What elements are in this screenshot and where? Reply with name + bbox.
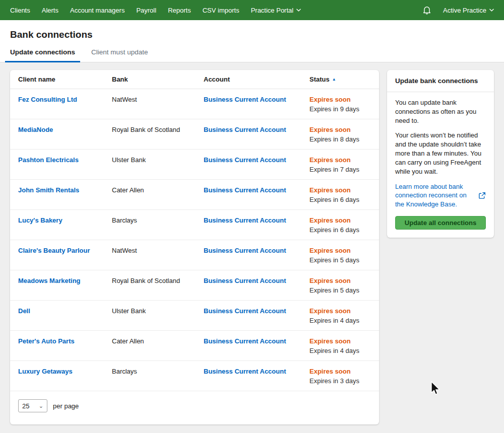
tab-update-connections[interactable]: Update connections xyxy=(5,48,80,62)
bank-name: Ulster Bank xyxy=(112,307,204,315)
account-link[interactable]: Business Current Account xyxy=(204,337,286,345)
status-cell: Expires soon Expires in 6 days xyxy=(309,216,371,234)
status-detail: Expires in 6 days xyxy=(309,196,371,203)
nav-right: Active Practice xyxy=(422,5,494,15)
client-name-link[interactable]: Luxury Getaways xyxy=(18,368,73,375)
panel-paragraph: You can update bank connections as often… xyxy=(395,98,486,125)
nav-item-account-managers[interactable]: Account managers xyxy=(70,7,124,14)
column-header-status[interactable]: Status▲ xyxy=(309,76,371,83)
client-name-link[interactable]: Pashton Electricals xyxy=(18,156,79,164)
nav-item-label: Alerts xyxy=(42,7,58,14)
status-detail: Expires in 6 days xyxy=(309,226,371,234)
nav-item-practice-portal[interactable]: Practice Portal xyxy=(251,7,301,14)
table-row: Dell Ulster Bank Business Current Accoun… xyxy=(10,301,379,331)
column-header-account[interactable]: Account xyxy=(204,76,309,83)
table-row: MediaNode Royal Bank of Scotland Busines… xyxy=(10,119,379,150)
status-badge: Expires soon xyxy=(309,216,371,224)
update-all-connections-button[interactable]: Update all connections xyxy=(395,216,486,230)
nav-item-label: CSV imports xyxy=(203,7,239,14)
status-cell: Expires soon Expires in 5 days xyxy=(309,277,371,294)
account-link[interactable]: Business Current Account xyxy=(204,126,286,133)
page-header: Bank connections Update connections Clie… xyxy=(0,20,504,62)
knowledge-base-link-row: Learn more about bank connection reconse… xyxy=(395,182,486,209)
chevron-down-icon xyxy=(296,9,301,12)
update-bank-connections-panel: Update bank connections You can update b… xyxy=(387,70,494,238)
table-row: Meadows Marketing Royal Bank of Scotland… xyxy=(10,270,379,301)
table-row: Luxury Getaways Barclays Business Curren… xyxy=(10,361,379,391)
nav-item-alerts[interactable]: Alerts xyxy=(42,7,58,14)
chevron-down-icon: ⌄ xyxy=(39,403,43,409)
client-name-link[interactable]: John Smith Rentals xyxy=(18,186,79,194)
panel-title: Update bank connections xyxy=(387,70,494,92)
per-page-label: per page xyxy=(53,402,79,410)
account-link[interactable]: Business Current Account xyxy=(204,307,286,315)
notifications-bell-icon[interactable] xyxy=(422,5,432,15)
status-detail: Expires in 5 days xyxy=(309,286,371,294)
account-link[interactable]: Business Current Account xyxy=(204,216,286,224)
client-name-link[interactable]: Meadows Marketing xyxy=(18,277,81,284)
status-cell: Expires soon Expires in 4 days xyxy=(309,337,371,354)
status-cell: Expires soon Expires in 4 days xyxy=(309,307,371,324)
status-cell: Expires soon Expires in 8 days xyxy=(309,126,371,143)
table-row: Claire's Beauty Parlour NatWest Business… xyxy=(10,240,379,270)
external-link-icon xyxy=(478,192,486,199)
bank-name: Barclays xyxy=(112,368,204,375)
account-link[interactable]: Business Current Account xyxy=(204,277,286,284)
client-name-link[interactable]: Fez Consulting Ltd xyxy=(18,96,77,103)
status-detail: Expires in 4 days xyxy=(309,347,371,354)
per-page-select[interactable]: 25 ⌄ xyxy=(18,399,47,412)
tabs: Update connections Client must update xyxy=(0,48,504,62)
table-header-row: Client name Bank Account Status▲ xyxy=(10,70,379,89)
status-badge: Expires soon xyxy=(309,277,371,284)
status-badge: Expires soon xyxy=(309,307,371,315)
status-badge: Expires soon xyxy=(309,126,371,133)
status-detail: Expires in 4 days xyxy=(309,317,371,324)
client-name-link[interactable]: Dell xyxy=(18,307,30,315)
status-badge: Expires soon xyxy=(309,337,371,345)
nav-item-label: Practice Portal xyxy=(251,7,294,14)
status-badge: Expires soon xyxy=(309,186,371,194)
client-name-link[interactable]: MediaNode xyxy=(18,126,53,133)
column-header-bank[interactable]: Bank xyxy=(112,76,204,83)
column-header-client-name[interactable]: Client name xyxy=(18,76,112,83)
panel-paragraph: Your clients won’t be notified and the u… xyxy=(395,131,486,176)
account-link[interactable]: Business Current Account xyxy=(204,156,286,164)
nav-item-label: Clients xyxy=(10,7,30,14)
client-name-link[interactable]: Peter's Auto Parts xyxy=(18,337,75,345)
bank-name: Cater Allen xyxy=(112,337,204,345)
client-name-link[interactable]: Lucy's Bakery xyxy=(18,216,62,224)
account-link[interactable]: Business Current Account xyxy=(204,368,286,375)
per-page-value: 25 xyxy=(22,402,29,410)
account-link[interactable]: Business Current Account xyxy=(204,96,286,103)
account-link[interactable]: Business Current Account xyxy=(204,247,286,254)
status-cell: Expires soon Expires in 6 days xyxy=(309,186,371,203)
nav-item-csv-imports[interactable]: CSV imports xyxy=(203,7,239,14)
nav-item-payroll[interactable]: Payroll xyxy=(136,7,156,14)
active-practice-menu[interactable]: Active Practice xyxy=(443,7,494,14)
client-name-link[interactable]: Claire's Beauty Parlour xyxy=(18,247,90,254)
top-nav: Clients Alerts Account managers Payroll … xyxy=(0,0,504,20)
pagination: 25 ⌄ per page xyxy=(10,391,379,424)
table-row: Pashton Electricals Ulster Bank Business… xyxy=(10,150,379,180)
knowledge-base-link[interactable]: Learn more about bank connection reconse… xyxy=(395,182,474,209)
account-link[interactable]: Business Current Account xyxy=(204,186,286,194)
nav-item-label: Reports xyxy=(168,7,191,14)
nav-item-reports[interactable]: Reports xyxy=(168,7,191,14)
tab-client-must-update[interactable]: Client must update xyxy=(86,48,153,62)
status-badge: Expires soon xyxy=(309,96,371,103)
status-cell: Expires soon Expires in 7 days xyxy=(309,156,371,173)
table-row: Peter's Auto Parts Cater Allen Business … xyxy=(10,331,379,361)
nav-item-label: Payroll xyxy=(136,7,156,14)
table-row: Fez Consulting Ltd NatWest Business Curr… xyxy=(10,89,379,119)
chevron-down-icon xyxy=(489,9,494,12)
nav-item-label: Account managers xyxy=(70,7,124,14)
table-row: John Smith Rentals Cater Allen Business … xyxy=(10,180,379,210)
status-detail: Expires in 3 days xyxy=(309,377,371,385)
connections-table-card: Client name Bank Account Status▲ Fez Con… xyxy=(10,70,379,424)
status-detail: Expires in 5 days xyxy=(309,256,371,264)
bank-name: Royal Bank of Scotland xyxy=(112,277,204,284)
status-cell: Expires soon Expires in 5 days xyxy=(309,247,371,264)
nav-menu: Clients Alerts Account managers Payroll … xyxy=(10,7,301,14)
nav-item-clients[interactable]: Clients xyxy=(10,7,30,14)
bank-name: NatWest xyxy=(112,247,204,254)
